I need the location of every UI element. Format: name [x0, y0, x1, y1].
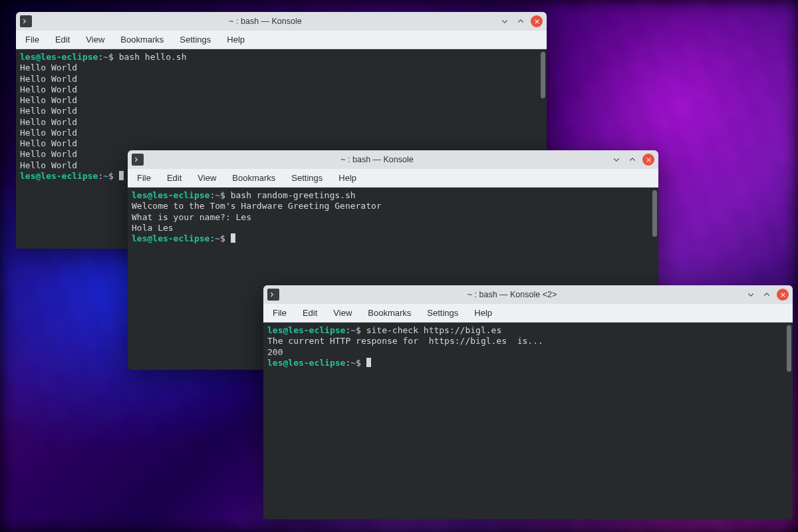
konsole-window-3[interactable]: ~ : bash — Konsole <2> File Edit View Bo… [263, 285, 793, 519]
menu-edit[interactable]: Edit [295, 305, 325, 321]
menu-file[interactable]: File [129, 170, 159, 186]
konsole-app-icon [132, 154, 144, 166]
close-button[interactable] [642, 154, 654, 166]
window-controls [610, 154, 654, 166]
maximize-button[interactable] [515, 15, 527, 27]
menubar: File Edit View Bookmarks Settings Help [263, 304, 793, 323]
close-button[interactable] [531, 15, 543, 27]
menu-view[interactable]: View [190, 170, 224, 186]
konsole-app-icon [267, 289, 279, 301]
menu-file[interactable]: File [17, 32, 47, 47]
scrollbar-thumb[interactable] [541, 52, 545, 98]
menu-bookmarks[interactable]: Bookmarks [112, 32, 172, 47]
menu-bookmarks[interactable]: Bookmarks [360, 305, 419, 321]
menu-view[interactable]: View [325, 305, 360, 321]
menu-edit[interactable]: Edit [47, 32, 78, 47]
maximize-button[interactable] [761, 289, 773, 301]
titlebar[interactable]: ~ : bash — Konsole <2> [263, 285, 793, 304]
terminal[interactable]: les@les-eclipse:~$ site-check https://bi… [263, 323, 793, 519]
menu-file[interactable]: File [265, 305, 295, 321]
window-title: ~ : bash — Konsole [148, 155, 606, 164]
window-controls [745, 289, 789, 301]
minimize-button[interactable] [499, 15, 511, 27]
window-title: ~ : bash — Konsole <2> [283, 290, 741, 299]
menubar: File Edit View Bookmarks Settings Help [16, 31, 547, 49]
window-controls [499, 15, 543, 27]
menu-help[interactable]: Help [331, 170, 364, 186]
scrollbar-thumb[interactable] [787, 325, 791, 372]
menu-help[interactable]: Help [219, 32, 253, 47]
scrollbar-thumb[interactable] [652, 190, 657, 237]
menu-view[interactable]: View [78, 32, 112, 47]
menu-settings[interactable]: Settings [283, 170, 331, 186]
menu-settings[interactable]: Settings [419, 305, 466, 321]
menu-settings[interactable]: Settings [172, 32, 219, 47]
close-button[interactable] [777, 289, 789, 301]
konsole-app-icon [20, 15, 32, 27]
titlebar[interactable]: ~ : bash — Konsole [16, 12, 547, 31]
menu-bookmarks[interactable]: Bookmarks [224, 170, 283, 186]
menubar: File Edit View Bookmarks Settings Help [128, 169, 658, 188]
maximize-button[interactable] [626, 154, 638, 166]
window-title: ~ : bash — Konsole [36, 17, 495, 26]
minimize-button[interactable] [745, 289, 757, 301]
menu-help[interactable]: Help [466, 305, 500, 321]
titlebar[interactable]: ~ : bash — Konsole [128, 150, 658, 169]
minimize-button[interactable] [610, 154, 622, 166]
menu-edit[interactable]: Edit [159, 170, 190, 186]
